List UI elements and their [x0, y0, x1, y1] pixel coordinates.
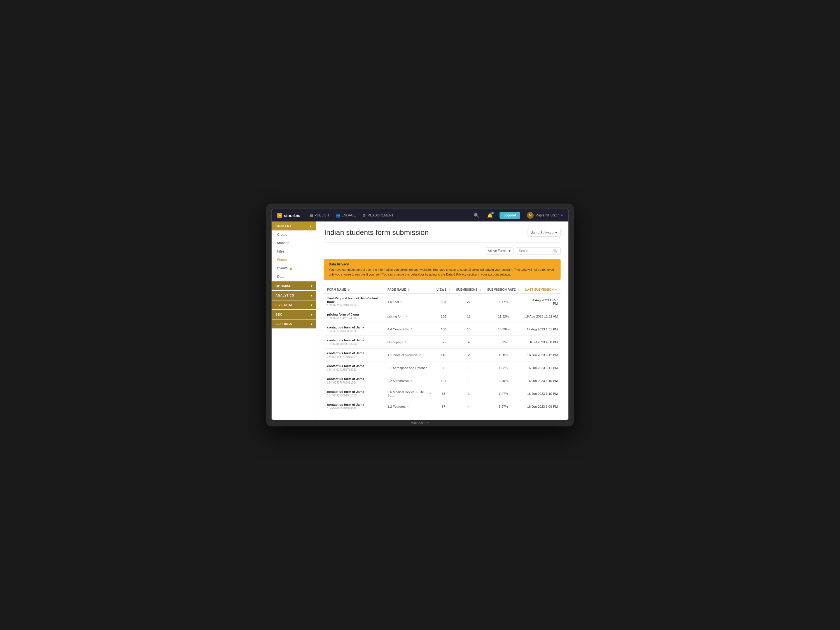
col-header-last-submission[interactable]: LAST SUBMISSION ▾ [523, 286, 561, 294]
form-name-text: contact us form of Jama [327, 403, 364, 406]
user-name: Maple hill.uni.cn [535, 213, 559, 217]
form-id-text: 1633407030445080576 [327, 330, 382, 333]
chevron-down-icon: ▾ [311, 313, 313, 316]
lock-icon: 🔒 [289, 267, 292, 270]
page-link[interactable]: 1.2 Features ↗ [387, 405, 431, 408]
table-row[interactable]: contact us form of Jama 1633407030445080… [324, 323, 561, 336]
form-id-text: 1644600880441143296 [327, 343, 382, 346]
sidebar-item-events[interactable]: Events 🔒 [272, 264, 316, 272]
page-link[interactable]: pricing form ↗ [387, 315, 431, 318]
privacy-link[interactable]: Data & Privacy [446, 273, 466, 276]
cell-rate: 1.82% [485, 362, 523, 374]
cell-submissions: 27 [453, 294, 485, 310]
table-row[interactable]: contact us form of Jama 1647544909784944… [324, 400, 561, 413]
cell-rate: 8.77% [485, 294, 523, 310]
nav-engage[interactable]: 👥 ENGAGE [336, 213, 356, 218]
cell-rate: 5.97% [485, 400, 523, 413]
chevron-down-icon: ▾ [555, 231, 557, 235]
privacy-banner: Data Privacy You have complete control o… [324, 259, 561, 280]
table-row[interactable]: contact us form of Jama 1644648050551541… [324, 387, 561, 400]
cell-form-name: pricing form of Jama 1608026687420174336 [324, 310, 385, 323]
col-header-rate[interactable]: SUBMISSION RATE ⇅ [485, 286, 523, 294]
page-link[interactable]: 2.6 Medical Device & Life Sc... ↗ [387, 390, 431, 397]
cell-rate: 11.32% [485, 310, 523, 323]
cell-page-name: 2.1 Aerospace and Defense ↗ [385, 362, 434, 374]
form-name-text: Trial Request form of Jama's trial page [327, 297, 378, 303]
form-id-text: 1605077124031668224 [327, 304, 382, 307]
cell-last-submission: 18 Aug 2023 11:32 AM [523, 310, 561, 323]
table-row[interactable]: pricing form of Jama 1608026687420174336… [324, 310, 561, 323]
cell-submissions: 1 [453, 374, 485, 387]
search-button[interactable]: 🔍 [473, 212, 480, 219]
cell-last-submission: 16 Jun 2023 6:10 PM [523, 374, 561, 387]
sidebar-section-seo[interactable]: SEO ▾ [272, 310, 316, 319]
logo-text: sinorbis [284, 213, 300, 218]
org-selector[interactable]: Jama Software ▾ [527, 229, 561, 237]
logo[interactable]: ✦ sinorbis [277, 213, 300, 218]
form-name-text: contact us form of Jama [327, 377, 364, 381]
col-header-page-name[interactable]: PAGE NAME ⇅ [385, 286, 434, 294]
cell-page-name: Homepage ↗ [385, 336, 434, 349]
sort-icon: ⇅ [408, 288, 410, 291]
sidebar-item-forms[interactable]: Forms [272, 256, 316, 264]
laptop-screen: ✦ sinorbis ▦ PUBLISH 👥 ENGAGE ⚙ MEASUREM… [271, 208, 569, 420]
search-box[interactable]: Search 🔍 [516, 247, 561, 254]
form-id-text: 1644605376798081024 [327, 381, 382, 384]
cell-views: 308 [434, 294, 453, 310]
form-id-text: 1647544331713019904 [327, 355, 382, 358]
form-id-text: 1608026687420174336 [327, 317, 382, 320]
sidebar-section-optimise[interactable]: OPTIMISE ▾ [272, 281, 316, 291]
cell-rate: 13.89% [485, 323, 523, 336]
form-id-text: 1644648050551541760 [327, 394, 382, 397]
cell-submissions: 4 [453, 400, 485, 413]
sidebar-section-analytics[interactable]: ANALYTICS ▾ [272, 291, 316, 300]
cell-page-name: 2.2 Automotive ↗ [385, 374, 434, 387]
sidebar-item-manage[interactable]: Manage [272, 239, 316, 247]
table-row[interactable]: contact us form of Jama 1644600880441143… [324, 336, 561, 349]
cell-page-name: 2.6 Medical Device & Life Sc... ↗ [385, 387, 434, 400]
chevron-down-icon: ▾ [311, 322, 313, 326]
col-header-views[interactable]: VIEWS ⇅ [434, 286, 453, 294]
page-link[interactable]: 1.6 Trial ↗ [387, 300, 431, 303]
cell-form-name: contact us form of Jama 1647544331713019… [324, 349, 385, 362]
status-filter[interactable]: Active Forms ▾ [485, 247, 513, 254]
support-button[interactable]: Support [499, 212, 520, 219]
page-link[interactable]: 2.2 Automotive ↗ [387, 379, 431, 382]
form-name-text: contact us form of Jama [327, 338, 364, 342]
table-header-row: FORM NAME ⇅ PAGE NAME ⇅ VIEWS ⇅ [324, 286, 561, 294]
sidebar-section-settings[interactable]: SETTINGS ▾ [272, 319, 316, 328]
col-header-form-name[interactable]: FORM NAME ⇅ [324, 286, 385, 294]
form-name-text: contact us form of Jama [327, 326, 364, 329]
page-title: Indian students form submission [324, 228, 429, 237]
cell-submissions: 15 [453, 323, 485, 336]
laptop-label: MacBook Pro [411, 420, 429, 427]
sidebar-item-data[interactable]: Data [272, 272, 316, 281]
table-row[interactable]: contact us form of Jama 1644605376798081… [324, 374, 561, 387]
page-link[interactable]: 4.4 Contact Us ↗ [387, 328, 431, 331]
user-menu[interactable]: M Maple hill.uni.cn ▾ [527, 212, 563, 219]
col-header-submissions[interactable]: SUBMISSIONS ⇅ [453, 286, 485, 294]
sidebar-item-create[interactable]: Create [272, 231, 316, 239]
notifications-button[interactable]: 🔔 [487, 213, 493, 218]
sidebar-item-files[interactable]: Files [272, 247, 316, 256]
sidebar-section-livechat[interactable]: LIVE CHAT ▾ [272, 300, 316, 309]
sidebar-section-content[interactable]: CONTENT ▲ [272, 221, 316, 231]
page-link[interactable]: 2.1 Aerospace and Defense ↗ [387, 366, 431, 369]
cell-submissions: 1 [453, 362, 485, 374]
cell-rate: 1.47% [485, 387, 523, 400]
publish-icon: ▦ [309, 213, 313, 218]
nav-measurement[interactable]: ⚙ MEASUREMENT [363, 213, 393, 218]
notification-badge [491, 212, 494, 214]
cell-last-submission: 16 Jun 2023 6:10 PM [523, 387, 561, 400]
table-row[interactable]: contact us form of Jama 1647544331713019… [324, 349, 561, 362]
page-link[interactable]: 1.1 Product overview ↗ [387, 354, 431, 357]
page-link[interactable]: Homepage ↗ [387, 341, 431, 344]
table-row[interactable]: Trial Request form of Jama's trial page … [324, 294, 561, 310]
chevron-up-icon: ▲ [309, 224, 312, 227]
logo-icon: ✦ [277, 213, 282, 218]
form-name-text: contact us form of Jama [327, 351, 364, 355]
external-link-icon: ↗ [407, 405, 409, 408]
cell-views: 145 [434, 349, 453, 362]
table-row[interactable]: contact us form of Jama 1644646241858732… [324, 362, 561, 374]
nav-publish[interactable]: ▦ PUBLISH [309, 213, 329, 218]
